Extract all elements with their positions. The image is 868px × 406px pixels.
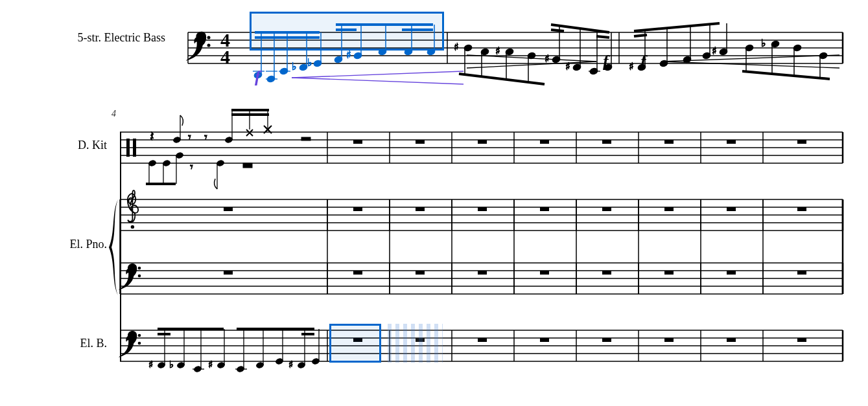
svg-rect-251 — [540, 338, 549, 342]
score-container: 5-str. Electric Bass 4 4 — [0, 0, 868, 406]
svg-rect-135 — [243, 163, 252, 168]
svg-text:♯: ♯ — [288, 359, 293, 370]
svg-point-210 — [138, 342, 141, 345]
svg-line-95 — [467, 62, 596, 68]
svg-text:♯: ♯ — [454, 41, 459, 52]
hairpin-2[interactable] — [467, 52, 596, 71]
elb-label: El. B. — [32, 337, 107, 350]
svg-rect-140 — [540, 140, 549, 144]
svg-text:♭: ♭ — [169, 359, 174, 370]
svg-text:𝄾: 𝄾 — [204, 135, 207, 140]
svg-rect-103 — [126, 139, 130, 157]
dkit-label: D. Kit — [32, 139, 107, 152]
svg-rect-250 — [478, 338, 487, 342]
svg-point-9 — [207, 36, 211, 39]
measure-4-bass-notes[interactable]: ♯ ♭ ♯ ♯ — [148, 329, 320, 373]
svg-line-43 — [459, 74, 545, 84]
svg-rect-104 — [133, 139, 136, 157]
svg-rect-138 — [416, 140, 425, 144]
selection-secondary[interactable] — [329, 324, 381, 363]
svg-text:♭: ♭ — [761, 38, 766, 49]
svg-rect-252 — [602, 338, 611, 342]
hairpin-3[interactable] — [661, 52, 839, 71]
svg-point-10 — [207, 44, 211, 47]
svg-line-96 — [661, 55, 839, 62]
svg-line-56 — [596, 36, 609, 38]
selection-primary[interactable] — [250, 12, 444, 51]
svg-text:♯: ♯ — [346, 49, 351, 60]
svg-line-94 — [467, 55, 596, 62]
svg-rect-141 — [602, 140, 611, 144]
dynamic-f-3[interactable]: f — [640, 52, 646, 71]
svg-text:♯: ♯ — [208, 359, 213, 370]
svg-line-82 — [742, 71, 830, 79]
svg-rect-255 — [797, 338, 806, 342]
piano-barlines — [120, 199, 843, 295]
svg-point-209 — [138, 334, 141, 337]
svg-rect-136 — [301, 137, 311, 141]
svg-rect-253 — [664, 338, 674, 342]
svg-line-93 — [292, 78, 463, 84]
staff-bass-system2[interactable]: ♯ ♭ ♯ ♯ — [120, 330, 843, 395]
svg-line-55 — [551, 30, 564, 31]
svg-text:♯: ♯ — [148, 359, 153, 370]
svg-rect-143 — [727, 140, 736, 144]
svg-line-97 — [661, 62, 839, 68]
svg-rect-137 — [353, 140, 362, 144]
svg-rect-144 — [797, 140, 806, 144]
svg-rect-139 — [478, 140, 487, 144]
measure-number: 4 — [111, 109, 116, 119]
staff-dkit[interactable]: 𝄽 𝄾 𝄾 𝄾 — [120, 110, 843, 188]
svg-text:𝄾: 𝄾 — [190, 164, 193, 170]
selection-secondary-fade[interactable] — [388, 324, 443, 363]
svg-text:♯: ♯ — [629, 61, 634, 72]
elpno-label: El. Pno. — [32, 238, 107, 251]
svg-rect-254 — [727, 338, 736, 342]
hairpin-1[interactable] — [292, 65, 467, 91]
bass-label: 5-str. Electric Bass — [3, 31, 165, 45]
dynamic-f-2[interactable]: f — [603, 52, 609, 71]
svg-line-92 — [292, 71, 463, 78]
svg-line-68 — [634, 23, 720, 31]
bass-clef-icon — [186, 32, 211, 61]
svg-rect-142 — [664, 140, 674, 144]
svg-text:𝄽: 𝄽 — [150, 131, 154, 141]
svg-text:𝄾: 𝄾 — [188, 135, 191, 140]
time-sig-den: 4 — [220, 46, 230, 67]
dynamic-f-1[interactable]: f — [255, 67, 261, 87]
